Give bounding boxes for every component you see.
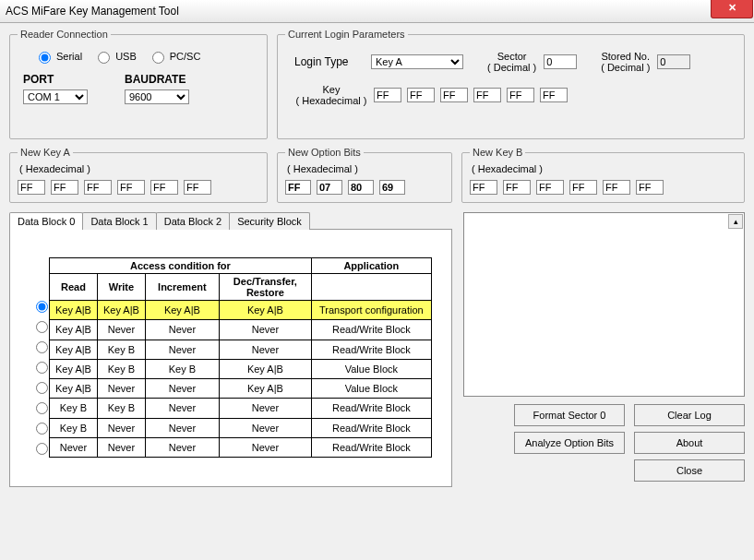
access-row-2: Key A|BKey BNeverNeverRead/Write Block <box>50 340 432 359</box>
access-row-radio-6[interactable] <box>36 423 48 435</box>
serial-label: Serial <box>56 51 82 62</box>
access-row-7: NeverNeverNeverNeverRead/Write Block <box>50 437 432 457</box>
analyze-bits-button[interactable]: Analyze Option Bits <box>514 432 625 454</box>
nkb-group-0[interactable] <box>470 180 497 195</box>
new-key-a-hex-label: ( Hexadecimal ) <box>19 163 259 174</box>
nob-group-1[interactable] <box>317 180 342 195</box>
close-button[interactable]: Close <box>634 459 745 482</box>
col-dec: Dec/Transfer, Restore <box>219 274 311 301</box>
pcsc-radio[interactable] <box>152 52 164 64</box>
reader-connection-group: Reader Connection Serial USB PC/SC PORT … <box>9 29 268 139</box>
tab-1[interactable]: Data Block 1 <box>82 212 156 230</box>
access-table: Access condition for Application Read Wr… <box>49 257 432 458</box>
new-key-a-legend: New Key A <box>18 147 73 158</box>
nka-group-4[interactable] <box>150 180 178 195</box>
new-key-b-group: New Key B ( Hexadecimal ) <box>461 147 745 203</box>
access-row-radio-4[interactable] <box>36 382 48 394</box>
reader-connection-legend: Reader Connection <box>18 29 111 40</box>
login-type-label: Login Type <box>294 55 364 68</box>
port-header: PORT <box>23 73 88 86</box>
nob-group-0[interactable] <box>285 180 311 195</box>
key-hex-1[interactable] <box>407 88 435 102</box>
access-row-6: Key BNeverNeverNeverRead/Write Block <box>50 418 432 437</box>
key-hex-0[interactable] <box>374 88 401 102</box>
col-write: Write <box>97 274 145 301</box>
sector-decimal: ( Decimal ) <box>487 62 536 73</box>
nob-group-2[interactable] <box>348 180 374 195</box>
tab-2[interactable]: Data Block 2 <box>156 212 230 230</box>
access-row-radio-1[interactable] <box>36 321 48 333</box>
nka-group-1[interactable] <box>51 180 78 195</box>
access-row-radio-3[interactable] <box>36 362 48 374</box>
nkb-group-5[interactable] <box>636 180 664 195</box>
key-hex-4[interactable] <box>507 88 534 102</box>
access-row-5: Key BKey BNeverNeverRead/Write Block <box>50 399 432 418</box>
pcsc-label: PC/SC <box>170 51 201 62</box>
nkb-group-4[interactable] <box>603 180 630 195</box>
tab-3[interactable]: Security Block <box>229 212 310 230</box>
application-header: Application <box>311 258 431 274</box>
access-row-radio-0[interactable] <box>36 301 48 313</box>
nkb-group-1[interactable] <box>503 180 531 195</box>
tab-0[interactable]: Data Block 0 <box>9 212 83 230</box>
access-row-3: Key A|BKey BKey BKey A|BValue Block <box>50 359 432 378</box>
login-params-group: Current Login Parameters Login Type Key … <box>277 29 745 139</box>
new-key-b-legend: New Key B <box>470 147 525 158</box>
access-row-radio-5[interactable] <box>36 402 48 414</box>
key-hex-label: ( Hexadecimal ) <box>294 95 368 106</box>
access-row-0: Key A|BKey A|BKey A|BKey A|BTransport co… <box>50 301 432 320</box>
sector-input[interactable] <box>544 54 577 69</box>
access-row-4: Key A|BNeverNeverKey A|BValue Block <box>50 379 432 399</box>
port-select[interactable]: COM 1 <box>23 89 88 104</box>
baud-header: BAUDRATE <box>125 73 189 86</box>
log-area[interactable]: ▴ <box>463 212 745 397</box>
key-label: Key <box>294 84 368 95</box>
access-row-radio-2[interactable] <box>36 341 48 353</box>
option-bits-hex-label: ( Hexadecimal ) <box>287 163 444 174</box>
usb-radio[interactable] <box>98 52 110 64</box>
nob-group-3[interactable] <box>379 180 405 195</box>
access-row-1: Key A|BNeverNeverNeverRead/Write Block <box>50 320 432 340</box>
stored-label: Stored No. <box>601 51 650 62</box>
stored-input <box>657 54 690 69</box>
usb-label: USB <box>115 51 137 62</box>
sector-label: Sector <box>497 51 527 62</box>
key-hex-2[interactable] <box>440 88 468 102</box>
nka-group-3[interactable] <box>117 180 145 195</box>
option-bits-legend: New Option Bits <box>285 147 364 158</box>
nka-group-0[interactable] <box>18 180 45 195</box>
nkb-group-2[interactable] <box>536 180 564 195</box>
login-params-legend: Current Login Parameters <box>285 29 408 40</box>
key-hex-5[interactable] <box>540 88 568 102</box>
titlebar: ACS MiFare Key Management Tool ✕ <box>0 0 754 23</box>
login-type-select[interactable]: Key A <box>371 54 463 69</box>
clear-log-button[interactable]: Clear Log <box>634 404 745 426</box>
nka-group-2[interactable] <box>84 180 112 195</box>
new-key-b-hex-label: ( Hexadecimal ) <box>472 163 736 174</box>
new-key-a-group: New Key A ( Hexadecimal ) <box>9 147 268 203</box>
access-row-radio-7[interactable] <box>36 443 48 455</box>
col-increment: Increment <box>145 274 219 301</box>
nka-group-5[interactable] <box>184 180 211 195</box>
format-sector-button[interactable]: Format Sector 0 <box>514 404 625 426</box>
access-group-header: Access condition for <box>50 258 312 274</box>
close-icon[interactable]: ✕ <box>711 0 753 18</box>
baud-select[interactable]: 9600 <box>125 89 189 104</box>
nkb-group-3[interactable] <box>569 180 597 195</box>
scroll-up-icon[interactable]: ▴ <box>728 214 743 229</box>
serial-radio[interactable] <box>39 52 51 64</box>
stored-decimal: ( Decimal ) <box>601 62 650 73</box>
about-button[interactable]: About <box>634 432 745 454</box>
window-title: ACS MiFare Key Management Tool <box>6 5 179 18</box>
tab-panel: Access condition for Application Read Wr… <box>9 229 452 487</box>
option-bits-group: New Option Bits ( Hexadecimal ) <box>277 147 452 203</box>
col-read: Read <box>50 274 98 301</box>
key-hex-3[interactable] <box>473 88 501 102</box>
